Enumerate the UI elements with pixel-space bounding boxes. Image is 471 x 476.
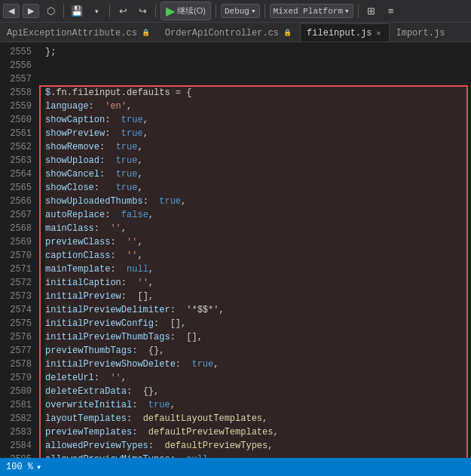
line-number: 2559 xyxy=(0,100,39,113)
code-line: showRemove: true, xyxy=(45,140,468,154)
line-number: 2556 xyxy=(0,59,39,72)
code-line: previewClass: '', xyxy=(45,235,468,249)
code-line: initialCaption: '', xyxy=(45,276,468,290)
line-number: 2557 xyxy=(0,72,39,86)
line-number: 2562 xyxy=(0,140,39,154)
line-number: 2558 xyxy=(0,86,39,100)
extra-btn-1[interactable]: ⊞ xyxy=(363,3,380,20)
line-number: 2575 xyxy=(0,317,39,330)
line-number: 2567 xyxy=(0,208,39,222)
continue-label: 继续(O) xyxy=(177,5,206,17)
line-number: 2573 xyxy=(0,290,39,303)
code-line xyxy=(45,72,468,86)
line-number: 2578 xyxy=(0,358,39,371)
line-number: 2580 xyxy=(0,385,39,398)
separator-1 xyxy=(63,5,64,18)
tab-fileinput-label: fileinput.js xyxy=(307,28,372,38)
back-button[interactable]: ◀ xyxy=(3,4,20,18)
code-line: previewThumbTags: {}, xyxy=(45,344,468,358)
code-line: language: 'en', xyxy=(45,100,468,113)
line-number: 2576 xyxy=(0,330,39,344)
undo-button[interactable]: ↩ xyxy=(115,3,131,20)
line-number: 2581 xyxy=(0,398,39,412)
zoom-label: 100 % xyxy=(6,462,33,472)
debug-dropdown[interactable]: Debug ▾ xyxy=(221,4,260,18)
tab-order-api[interactable]: OrderApiController.cs 🔒 xyxy=(158,23,300,41)
line-number: 2571 xyxy=(0,263,39,276)
redo-button[interactable]: ↪ xyxy=(134,3,151,20)
tab-api-exception[interactable]: ApiExceptionAttribute.cs 🔒 xyxy=(0,23,158,41)
line-number: 2555 xyxy=(0,45,39,59)
save-icon: 💾 xyxy=(71,5,83,17)
code-line: allowedPreviewTypes: defaultPreviewTypes… xyxy=(45,439,468,453)
code-line: initialPreview: [], xyxy=(45,290,468,303)
code-line: initialPreviewConfig: [], xyxy=(45,317,468,330)
code-line: }; xyxy=(45,45,468,59)
line-number: 2560 xyxy=(0,113,39,127)
code-line: initialPreviewDelimiter: '*$$*', xyxy=(45,303,468,317)
platform-dropdown[interactable]: Mixed Platform ▾ xyxy=(270,4,353,18)
tab-fileinput-close-icon[interactable]: ✕ xyxy=(375,28,382,38)
zoom-control[interactable]: 100 % ▾ xyxy=(6,462,41,473)
line-number: 2574 xyxy=(0,303,39,317)
forward-icon: ▶ xyxy=(28,6,34,16)
line-number: 2585 xyxy=(0,453,39,458)
save-group-icon: ▾ xyxy=(95,8,99,15)
platform-chevron-icon: ▾ xyxy=(344,6,350,16)
code-line: showCancel: true, xyxy=(45,167,468,181)
code-line: showUpload: true, xyxy=(45,154,468,167)
tab-import[interactable]: Import.js xyxy=(390,23,452,41)
code-line: layoutTemplates: defaultLayoutTemplates, xyxy=(45,412,468,425)
zoom-chevron-icon: ▾ xyxy=(36,462,41,473)
code-line: mainClass: '', xyxy=(45,222,468,235)
line-number: 2577 xyxy=(0,344,39,358)
back-icon: ◀ xyxy=(8,6,14,16)
tab-api-exception-lock: 🔒 xyxy=(140,28,151,38)
code-line: initialPreviewThumbTags: [], xyxy=(45,330,468,344)
line-number: 2566 xyxy=(0,195,39,208)
code-line: $.fn.fileinput.defaults = { xyxy=(45,86,468,100)
code-line: initialPreviewShowDelete: true, xyxy=(45,358,468,371)
line-numbers: 2555255625572558255925602561256225632564… xyxy=(0,42,39,458)
line-number: 2561 xyxy=(0,127,39,140)
tab-bar: ApiExceptionAttribute.cs 🔒 OrderApiContr… xyxy=(0,23,471,42)
separator-3 xyxy=(155,5,156,18)
nav-icon-button[interactable]: ⬡ xyxy=(42,3,59,20)
code-content[interactable]: }; $.fn.fileinput.defaults = { language:… xyxy=(39,42,471,458)
code-line: allowedPreviewMimeTypes: null, xyxy=(45,453,468,458)
separator-6 xyxy=(358,5,359,18)
code-line: showPreview: true, xyxy=(45,127,468,140)
code-line: captionClass: '', xyxy=(45,249,468,263)
line-number: 2584 xyxy=(0,439,39,453)
code-line: previewTemplates: defaultPreviewTemplate… xyxy=(45,425,468,439)
save-group-button[interactable]: ▾ xyxy=(88,3,105,20)
save-button[interactable]: 💾 xyxy=(69,3,85,20)
main-toolbar: ◀ ▶ ⬡ 💾 ▾ ↩ ↪ ▶ 继续(O) Debug ▾ Mixed Plat… xyxy=(0,0,471,23)
tab-order-api-lock: 🔒 xyxy=(282,28,293,38)
separator-5 xyxy=(265,5,265,18)
tab-fileinput[interactable]: fileinput.js ✕ xyxy=(300,23,389,41)
undo-icon: ↩ xyxy=(119,5,127,17)
code-line: showCaption: true, xyxy=(45,113,468,127)
forward-button[interactable]: ▶ xyxy=(23,4,39,18)
debug-label: Debug xyxy=(225,7,249,16)
redo-icon: ↪ xyxy=(139,5,147,17)
line-number: 2582 xyxy=(0,412,39,425)
line-number: 2579 xyxy=(0,371,39,385)
tab-import-label: Import.js xyxy=(396,28,445,38)
code-editor: 2555255625572558255925602561256225632564… xyxy=(0,42,471,458)
extra-icon-2: ≡ xyxy=(388,5,394,17)
separator-2 xyxy=(109,5,110,18)
extra-icon-1: ⊞ xyxy=(367,5,375,17)
continue-button[interactable]: ▶ 继续(O) xyxy=(161,2,211,20)
code-line: showUploadedThumbs: true, xyxy=(45,195,468,208)
code-line: deleteExtraData: {}, xyxy=(45,385,468,398)
tab-api-exception-label: ApiExceptionAttribute.cs xyxy=(7,28,137,38)
separator-4 xyxy=(216,5,216,18)
line-number: 2570 xyxy=(0,249,39,263)
line-number: 2572 xyxy=(0,276,39,290)
line-number: 2563 xyxy=(0,154,39,167)
line-number: 2565 xyxy=(0,181,39,195)
debug-chevron-icon: ▾ xyxy=(251,6,256,16)
extra-btn-2[interactable]: ≡ xyxy=(383,3,399,20)
